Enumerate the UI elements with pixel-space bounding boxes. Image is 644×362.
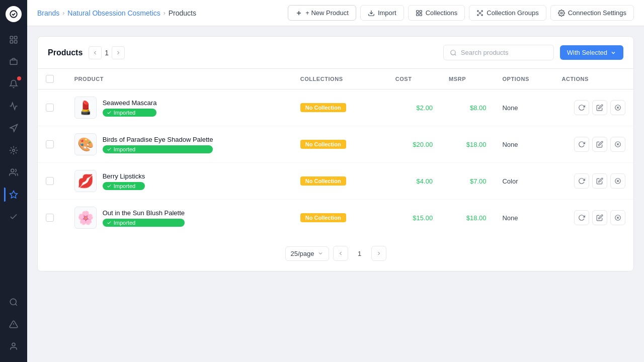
svg-rect-1 — [10, 36, 13, 39]
row-checkbox-0[interactable] — [46, 104, 54, 112]
cost-value-2: $4.00 — [417, 177, 433, 185]
row-checkbox-2[interactable] — [46, 177, 54, 185]
row-collection-2: No Collection — [292, 163, 387, 200]
delete-button-1[interactable] — [610, 137, 625, 152]
no-collection-badge-1: No Collection — [300, 140, 346, 149]
collection-groups-label: Collection Groups — [487, 9, 538, 17]
refresh-icon — [578, 141, 585, 148]
imported-badge-2: Imported — [103, 182, 145, 190]
sidebar-item-products[interactable] — [4, 52, 23, 71]
row-options-1: None — [494, 126, 553, 163]
breadcrumb-current: Products — [169, 9, 196, 17]
new-product-button[interactable]: + New Product — [288, 5, 356, 21]
row-msrp-1: $18.00 — [441, 126, 494, 163]
svg-rect-19 — [416, 14, 418, 16]
no-collection-badge-0: No Collection — [300, 103, 346, 112]
import-check-icon — [107, 184, 112, 189]
row-cost-2: $4.00 — [387, 163, 441, 200]
sidebar-item-approved[interactable] — [4, 207, 23, 226]
sidebar-item-alerts[interactable] — [4, 315, 23, 334]
per-page-select[interactable]: 25/page — [285, 246, 329, 261]
product-info-2: Berry Lipsticks Imported — [103, 172, 145, 190]
imported-badge-1: Imported — [103, 145, 213, 153]
connection-settings-button[interactable]: Connection Settings — [550, 5, 634, 21]
import-button[interactable]: Import — [360, 5, 404, 21]
svg-point-23 — [477, 14, 478, 15]
app-logo[interactable] — [6, 6, 22, 22]
refresh-button-3[interactable] — [574, 210, 589, 225]
refresh-button-2[interactable] — [574, 173, 589, 189]
edit-button-1[interactable] — [592, 137, 607, 152]
breadcrumb-brands[interactable]: Brands — [37, 9, 59, 17]
collections-label: Collections — [426, 9, 458, 17]
refresh-icon — [578, 104, 585, 111]
product-info-0: Seaweed Mascara Imported — [103, 99, 157, 117]
row-check-0 — [38, 89, 66, 126]
sidebar-item-integrations[interactable] — [4, 141, 23, 160]
edit-icon — [596, 104, 603, 111]
select-all-checkbox[interactable] — [46, 75, 54, 83]
chevron-left-icon — [92, 50, 98, 56]
with-selected-button[interactable]: With Selected — [560, 45, 623, 60]
notification-badge — [17, 76, 21, 80]
row-actions-0 — [554, 89, 633, 126]
delete-button-2[interactable] — [610, 173, 625, 189]
sidebar-item-analytics[interactable] — [4, 97, 23, 116]
row-collection-1: No Collection — [292, 126, 387, 163]
table-body: 💄 Seaweed Mascara Imported No Collection… — [38, 89, 633, 236]
page-content: Products 1 With Selected — [27, 26, 644, 362]
product-name-0: Seaweed Mascara — [103, 99, 157, 107]
header-msrp: MSRP — [441, 69, 494, 89]
svg-point-24 — [481, 14, 482, 15]
top-navigation: Brands › Natural Obsession Cosmetics › P… — [27, 0, 644, 26]
sidebar-item-marketing[interactable] — [4, 119, 23, 138]
options-value-1: None — [502, 141, 518, 148]
connection-settings-label: Connection Settings — [568, 9, 626, 17]
row-check-3 — [38, 200, 66, 236]
edit-button-0[interactable] — [592, 100, 607, 115]
with-selected-label: With Selected — [567, 49, 607, 56]
svg-point-12 — [12, 343, 15, 346]
sidebar-item-starred[interactable] — [4, 185, 23, 204]
sidebar-item-account[interactable] — [4, 337, 23, 356]
product-thumb-3: 🌸 — [74, 207, 97, 229]
refresh-button-1[interactable] — [574, 137, 589, 152]
pagination-prev-button[interactable] — [333, 246, 348, 261]
delete-button-3[interactable] — [610, 210, 625, 225]
delete-button-0[interactable] — [610, 100, 625, 115]
msrp-value-1: $18.00 — [466, 141, 487, 148]
collections-icon — [416, 10, 423, 17]
collections-button[interactable]: Collections — [408, 5, 465, 21]
prev-page-button[interactable] — [89, 46, 102, 59]
sidebar-item-notifications[interactable] — [4, 74, 23, 94]
svg-line-27 — [455, 54, 456, 55]
row-checkbox-1[interactable] — [46, 140, 54, 148]
row-options-2: Color — [494, 163, 553, 200]
products-header: Products 1 With Selected — [38, 37, 633, 69]
svg-point-22 — [477, 10, 478, 11]
header-cost: COST — [387, 69, 441, 89]
no-collection-badge-2: No Collection — [300, 176, 346, 186]
settings-icon — [558, 10, 565, 17]
table-row: 🌸 Out in the Sun Blush Palette Imported … — [38, 200, 633, 236]
pagination-next-button[interactable] — [371, 246, 386, 261]
row-actions-3 — [554, 200, 633, 236]
search-input[interactable] — [461, 49, 547, 56]
dropdown-chevron-icon — [610, 50, 616, 56]
sidebar-item-dashboard[interactable] — [4, 30, 23, 49]
search-box[interactable] — [443, 45, 554, 60]
close-icon — [614, 177, 621, 185]
refresh-button-0[interactable] — [574, 100, 589, 115]
collection-groups-button[interactable]: Collection Groups — [469, 5, 546, 21]
products-page-number: 1 — [105, 49, 109, 57]
edit-button-2[interactable] — [592, 173, 607, 189]
row-checkbox-3[interactable] — [46, 214, 54, 222]
per-page-label: 25/page — [291, 250, 314, 257]
row-product-3: 🌸 Out in the Sun Blush Palette Imported — [66, 200, 292, 236]
edit-button-3[interactable] — [592, 210, 607, 225]
row-product-2: 💋 Berry Lipsticks Imported — [66, 163, 292, 200]
sidebar-item-users[interactable] — [4, 163, 23, 182]
next-page-button[interactable] — [112, 46, 125, 59]
sidebar-item-search[interactable] — [4, 293, 23, 312]
breadcrumb-brand-name[interactable]: Natural Obsession Cosmetics — [67, 9, 160, 17]
